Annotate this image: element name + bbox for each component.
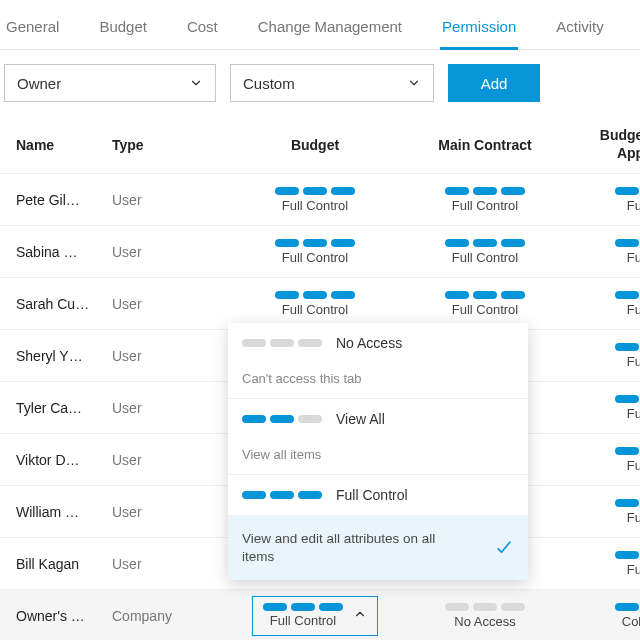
cell-type: User [112,452,230,468]
cell-type: User [112,556,230,572]
cell-budget[interactable]: Full Control [230,596,400,636]
perm-label: Full Contr [627,302,640,317]
popover-option-no-access[interactable]: No Access Can't access this tab [228,323,528,399]
pills-indicator [242,415,322,423]
perm-label: No Access [454,614,515,629]
cell-type: User [112,504,230,520]
col-type: Type [112,137,230,153]
cell-budget[interactable]: Full Control [230,187,400,213]
option-description: View all items [242,447,514,462]
perm-label: Full Control [452,250,518,265]
cell-budget-payment-app[interactable]: Full Contr [570,551,640,577]
perm-label: Full Control [452,198,518,213]
perm-label: Full Control [452,302,518,317]
cell-budget-payment-app[interactable]: Full Contr [570,291,640,317]
tab-general[interactable]: General [4,12,61,49]
cell-name: Bill Kagan [16,556,112,572]
option-label: No Access [336,335,402,351]
perm-label: Full Contr [627,562,640,577]
col-budget-payment-application: Budget Payment Application [570,127,640,162]
tab-permission[interactable]: Permission [440,12,518,50]
perm-label: Full Contr [627,406,640,421]
tab-change-management[interactable]: Change Management [256,12,404,49]
table-header: Name Type Budget Main Contract Budget Pa… [0,116,640,174]
cell-budget-payment-app[interactable]: Full Contr [570,447,640,473]
option-label: Full Control [336,487,408,503]
cell-main-contract[interactable]: Full Control [400,187,570,213]
custom-select-label: Custom [243,75,295,92]
tab-activity[interactable]: Activity [554,12,606,49]
perm-label: Full Control [282,302,348,317]
cell-type: Company [112,608,230,624]
add-button[interactable]: Add [448,64,540,102]
cell-type: User [112,400,230,416]
tab-budget[interactable]: Budget [97,12,149,49]
custom-select[interactable]: Custom [230,64,434,102]
tab-cost[interactable]: Cost [185,12,220,49]
cell-name: Sarah Cu… [16,296,112,312]
cell-name: William … [16,504,112,520]
check-icon [494,538,514,558]
cell-budget-payment-app[interactable]: Collaborate [570,603,640,629]
chevron-down-icon [189,76,203,90]
perm-label: Full Contr [627,354,640,369]
col-budget: Budget [230,137,400,153]
permission-popover: No Access Can't access this tab View All… [228,323,528,580]
option-description: View and edit all attributes on all item… [242,530,462,566]
perm-label: Full Contr [627,458,640,473]
perm-label: Full Control [270,613,336,628]
cell-main-contract[interactable]: Full Control [400,291,570,317]
perm-label: Collaborate [622,614,640,629]
tabs-bar: General Budget Cost Change Management Pe… [0,0,640,50]
perm-label: Full Control [282,250,348,265]
cell-type: User [112,296,230,312]
cell-budget-payment-app[interactable]: Full Contr [570,499,640,525]
pills-indicator [242,339,322,347]
pills-indicator [242,491,322,499]
perm-label: Full Contr [627,250,640,265]
col-name: Name [16,137,112,153]
popover-option-view-all[interactable]: View All View all items [228,399,528,475]
cell-name: Sheryl Y… [16,348,112,364]
cell-budget[interactable]: Full Control [230,239,400,265]
cell-name: Pete Gil… [16,192,112,208]
popover-option-full-control[interactable]: Full Control [228,475,528,516]
popover-option-selected[interactable]: View and edit all attributes on all item… [228,516,528,580]
cell-budget-payment-app[interactable]: Full Contr [570,239,640,265]
cell-type: User [112,244,230,260]
col-main-contract: Main Contract [400,137,570,153]
table-row: Sabina … User Full Control Full Control … [0,226,640,278]
cell-budget-payment-app[interactable]: Full Contr [570,343,640,369]
cell-type: User [112,348,230,364]
permission-dropdown-open[interactable]: Full Control [252,596,378,636]
cell-main-contract[interactable]: Full Control [400,239,570,265]
table-row: Pete Gil… User Full Control Full Control… [0,174,640,226]
owner-select[interactable]: Owner [4,64,216,102]
owner-select-label: Owner [17,75,61,92]
cell-budget-payment-app[interactable]: Full Contr [570,395,640,421]
cell-name: Owner's … [16,608,112,624]
table-row: Owner's … Company Full Control No Access… [0,590,640,640]
controls-row: Owner Custom Add [0,50,640,116]
cell-main-contract[interactable]: No Access [400,603,570,629]
perm-label: Full Contr [627,198,640,213]
cell-name: Tyler Ca… [16,400,112,416]
cell-type: User [112,192,230,208]
perm-label: Full Control [282,198,348,213]
chevron-up-icon [353,607,367,624]
option-description: Can't access this tab [242,371,514,386]
perm-label: Full Contr [627,510,640,525]
option-label: View All [336,411,385,427]
cell-budget[interactable]: Full Control [230,291,400,317]
cell-budget-payment-app[interactable]: Full Contr [570,187,640,213]
cell-name: Sabina … [16,244,112,260]
chevron-down-icon [407,76,421,90]
cell-name: Viktor D… [16,452,112,468]
